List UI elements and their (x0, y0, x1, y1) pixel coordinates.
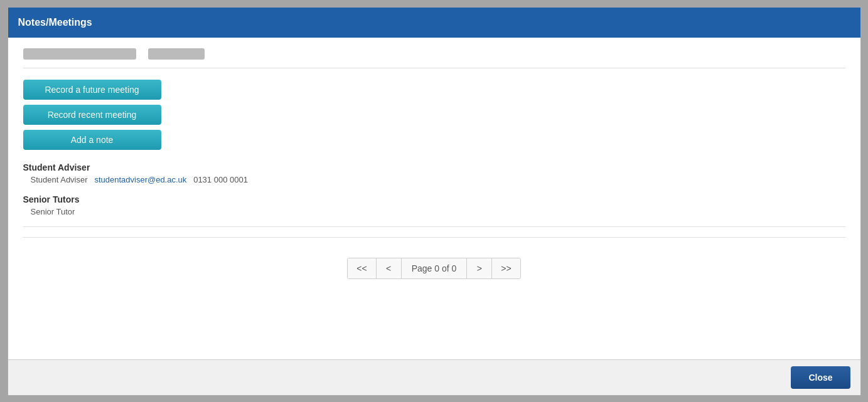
student-adviser-section: Student Adviser Student Adviser studenta… (23, 162, 845, 184)
modal-body[interactable]: Record a future meeting Record recent me… (8, 38, 860, 359)
modal-footer: Close (8, 359, 860, 395)
student-id-blurred (148, 48, 205, 60)
record-recent-meeting-button[interactable]: Record recent meeting (23, 105, 161, 125)
student-name-row (23, 48, 845, 68)
senior-tutors-section: Senior Tutors Senior Tutor (23, 194, 845, 216)
student-adviser-content: Student Adviser studentadviser@ed.ac.uk … (23, 175, 845, 184)
pagination-prev-button[interactable]: < (377, 258, 402, 278)
pagination-last-button[interactable]: >> (492, 258, 520, 278)
record-future-meeting-button[interactable]: Record a future meeting (23, 80, 161, 100)
senior-tutor-name: Senior Tutor (31, 207, 75, 216)
student-adviser-title: Student Adviser (23, 162, 845, 172)
modal-overlay: Notes/Meetings Record a future meeting R (0, 0, 868, 402)
pagination-next-button[interactable]: > (467, 258, 492, 278)
modal-header: Notes/Meetings (8, 8, 860, 38)
pagination-first-button[interactable]: << (348, 258, 376, 278)
senior-tutors-title: Senior Tutors (23, 194, 845, 204)
divider-2 (23, 237, 845, 238)
action-buttons: Record a future meeting Record recent me… (23, 80, 161, 150)
add-note-button[interactable]: Add a note (23, 130, 161, 150)
pagination-container: << < Page 0 of 0 > >> (347, 258, 520, 279)
close-button[interactable]: Close (791, 366, 850, 389)
student-adviser-phone: 0131 000 0001 (193, 175, 248, 184)
pagination-page-info: Page 0 of 0 (402, 258, 468, 278)
student-adviser-email[interactable]: studentadviser@ed.ac.uk (94, 175, 186, 184)
modal: Notes/Meetings Record a future meeting R (8, 7, 861, 396)
student-adviser-role: Student Adviser (31, 175, 88, 184)
divider-1 (23, 226, 845, 227)
pagination-row: << < Page 0 of 0 > >> (23, 248, 845, 289)
student-name-blurred (23, 48, 136, 60)
senior-tutors-content: Senior Tutor (23, 207, 845, 216)
modal-title: Notes/Meetings (18, 17, 92, 28)
